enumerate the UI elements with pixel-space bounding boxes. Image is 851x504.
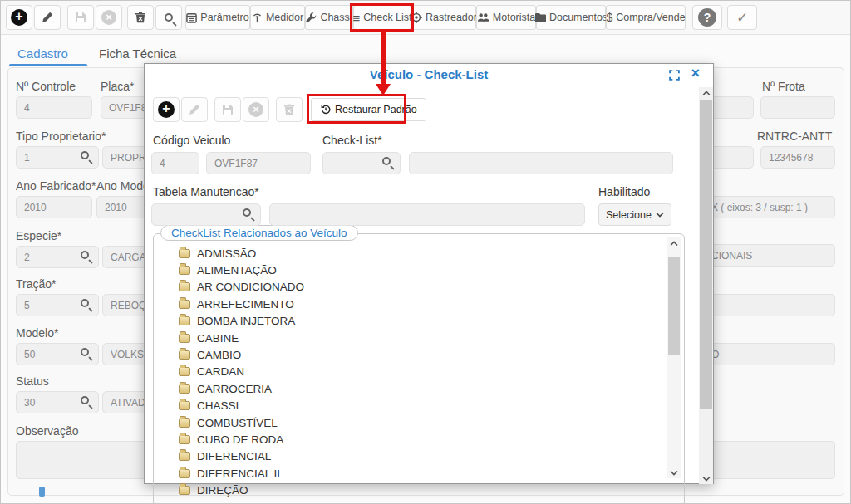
rntrc-antt-input[interactable] [760,146,835,169]
tree-item[interactable]: DIREÇÃO [179,482,662,498]
modal-edit-button[interactable] [181,97,208,122]
documentos-button[interactable]: Documentos [536,5,606,30]
scrollbar-thumb[interactable] [700,100,712,409]
delete-button[interactable] [127,5,154,30]
tree-item[interactable]: CARDAN [179,364,662,380]
cancel-button[interactable]: × [96,5,122,30]
hamburger-icon: ≡ [352,11,360,25]
tree-item-label: BOMBA INJETORA [197,315,295,327]
checklist-fieldset: CheckList Relacionados ao Veículo ADMISS… [153,233,685,504]
scrollbar-thumb[interactable] [668,257,680,355]
tree-item[interactable]: ARREFECIMENTO [179,296,662,312]
modal-save-button[interactable] [214,97,241,122]
marca-input[interactable] [703,343,835,365]
cut-input[interactable] [703,294,835,316]
ano-fabricado-input[interactable] [16,196,92,218]
tab-ficha-tecnica[interactable]: Ficha Técnica [99,46,176,61]
tab-cadastro[interactable]: Cadastro [17,46,68,61]
codigo-veiculo-input[interactable] [151,152,199,174]
scroll-down-icon[interactable] [699,472,713,484]
compra-vende-button[interactable]: $ Compra/Vende [606,5,686,30]
no-frota-input[interactable] [760,96,835,119]
tree-item[interactable]: CUBO DE RODA [179,431,662,448]
modal-add-button[interactable]: + [153,97,180,122]
pencil-icon [189,104,200,115]
tree-item[interactable]: ALIMENTAÇÃO [179,262,662,278]
tipo-proprietario-search[interactable] [16,146,99,169]
scroll-up-icon[interactable] [667,237,681,249]
tree-item[interactable]: ADMISSÃO [179,245,662,262]
tree-item[interactable]: AR CONDICIONADO [179,279,662,296]
folder-icon [179,384,190,394]
search-button[interactable] [155,5,182,30]
habilitado-selected-value: Selecione [606,209,652,221]
checklist-modal: Veículo - Check-List × + × [144,63,714,484]
tracao-search[interactable] [16,294,99,316]
close-icon[interactable]: × [691,65,700,82]
tree-item-label: CABINE [197,332,239,345]
eixos-info-input[interactable] [703,196,835,218]
help-button[interactable]: ? [692,5,722,30]
partial-section-marker [39,487,45,497]
scroll-down-icon[interactable] [667,467,681,478]
compra-vende-label: Compra/Vende [616,12,685,23]
save-button[interactable] [67,5,94,30]
modal-cancel-button[interactable]: × [243,97,269,122]
expand-icon[interactable] [669,70,680,81]
folder-icon [179,367,190,376]
modal-checklist-label: Check-List* [322,134,382,147]
scroll-up-icon[interactable] [699,87,713,99]
motorista-button[interactable]: Motorista [476,5,536,30]
ano-fabricado-label: Ano Fabricado* [16,179,96,193]
tree-item[interactable]: DIFERENCIAL II [179,465,662,482]
chevron-down-icon [656,212,664,218]
habilitado-select[interactable]: Selecione [598,203,671,226]
no-controle-input[interactable] [16,96,92,119]
no-frota-label: Nº Frota [762,80,805,93]
tree-item[interactable]: BOMBA INJETORA [179,313,662,330]
tree-item[interactable]: COMBUSTÍVEL [179,414,662,431]
tree-item-label: CAMBIO [197,349,241,361]
tree-item[interactable]: CABINE [179,330,662,346]
medidor-button[interactable]: Medidor [250,5,305,30]
add-button[interactable]: + [6,5,32,30]
search-icon [165,13,173,22]
modal-placa-input[interactable] [206,152,311,174]
modal-scrollbar[interactable] [699,87,713,484]
folder-icon [179,401,190,410]
chassi-button[interactable]: Chassi [305,5,353,30]
target-icon [411,12,422,23]
especie-search[interactable] [16,246,99,268]
tabela-manutencao-search[interactable] [151,203,261,226]
tree-scrollbar[interactable] [667,237,681,478]
checklist-desc-input[interactable] [409,152,673,174]
tree-item-label: CARDAN [197,365,244,378]
tabela-manutencao-desc-input[interactable] [269,203,585,226]
confirm-button[interactable]: ✓ [727,5,757,30]
rntrc-antt-label: RNTRC-ANTT [757,130,832,143]
tree-item[interactable]: DIFERENCIAL [179,448,662,465]
parametro-button[interactable]: Parâmetro [185,5,250,30]
checklist-button[interactable]: ≡ Check List [353,5,411,30]
observacao-label: Observação [16,424,78,438]
modal-delete-button[interactable] [276,97,303,122]
tree-item-label: ADMISSÃO [197,247,256,260]
tree-item[interactable]: CARROCERIA [179,380,662,397]
tree-item[interactable]: CHASSI [179,398,662,414]
folder-dark-icon [534,12,546,22]
codigo-veiculo-label: Código Veiculo [153,134,230,147]
modelo-search[interactable] [16,343,99,365]
checklist-search[interactable] [322,152,401,174]
modal-title: Veículo - Check-List [145,67,713,81]
parametro-label: Parâmetro [200,12,248,23]
opcionais-input[interactable] [703,244,835,267]
restaurar-padrao-button[interactable]: Restaurar Padrão [311,98,426,121]
tree-item[interactable]: CAMBIO [179,346,662,363]
placa-label: Placa* [101,80,134,93]
status-search[interactable] [16,391,99,413]
medidor-label: Medidor [266,12,303,23]
rastreador-button[interactable]: Rastreador [411,5,476,30]
tipo-proprietario-label: Tipo Proprietario* [16,130,106,143]
edit-button[interactable] [34,5,61,30]
folder-icon [179,350,190,360]
